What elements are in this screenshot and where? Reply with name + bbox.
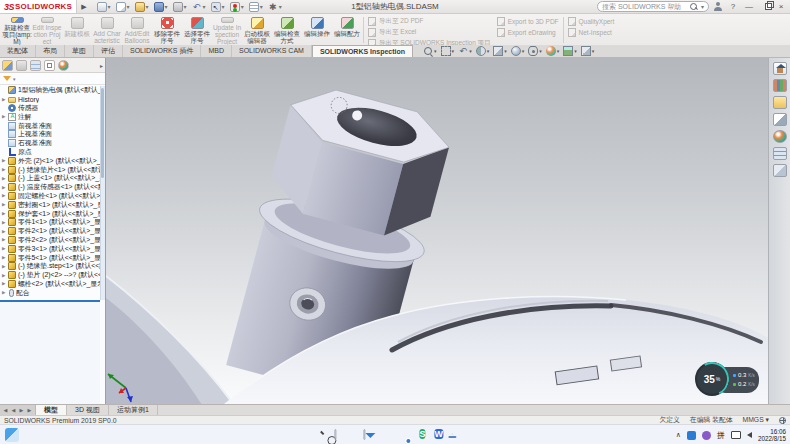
search-dropdown-caret-icon[interactable]: ▾ [701,3,704,10]
apply-scene-icon[interactable]: ▾ [563,46,577,56]
tab-scroll-arrow-icon[interactable]: ▶ [26,407,33,413]
units-selector[interactable]: MMGS ▾ [743,416,769,424]
network-tray-icon[interactable] [731,431,741,439]
new-document-icon[interactable]: ▾ [116,2,130,12]
expand-arrow-icon[interactable]: ▶ [2,290,8,295]
tree-item[interactable]: ▶ 配合 [0,288,100,297]
ribbon-button[interactable]: 编辑检查方式 [272,15,302,45]
volume-tray-icon[interactable] [747,432,752,438]
previous-view-icon[interactable]: ↶ ▾ [458,46,472,56]
view-settings-icon[interactable]: ▾ [581,46,595,56]
hide-show-items-icon[interactable]: ▾ [528,46,542,56]
memory-usage-circle[interactable]: 35 % [695,362,729,396]
search-input[interactable]: 搜索 SOLIDWORKS 帮助 ▾ [597,1,709,12]
dropdown-caret-icon[interactable]: ▾ [165,3,168,10]
ribbon-button[interactable]: 新建模板 [62,15,92,45]
dropdown-caret-icon[interactable]: ▾ [146,3,149,10]
display-manager-tab-icon[interactable] [58,60,69,71]
task-view-icon[interactable] [334,430,336,439]
input-method-indicator[interactable]: 拼 [717,430,725,441]
tree-item[interactable]: ▶ 螺栓<2> (默认<<默认>_显示状态 [0,280,100,289]
dropdown-caret-icon[interactable]: ▾ [203,3,206,10]
display-style-icon[interactable]: ▾ [511,46,525,56]
zoom-fit-icon[interactable]: ▾ [423,46,437,56]
command-tab[interactable]: SOLIDWORKS 插件 [123,45,201,57]
mail-icon[interactable] [363,430,365,439]
ribbon-button[interactable]: 移除零件序号 [152,15,182,45]
ribbon-button[interactable]: Edit Inspection Project [32,15,62,45]
home-icon[interactable]: ▾ [97,2,111,12]
clock[interactable]: 16:06 2022/8/15 [758,428,786,442]
select-cursor-icon[interactable]: ↖ ▾ [211,2,225,12]
appearances-icon[interactable] [773,130,787,143]
help-button[interactable]: ? [727,1,739,13]
file-explorer-icon[interactable] [773,96,787,109]
model-tab[interactable]: 模型 [36,405,67,415]
ribbon-button[interactable]: 选择零件序号 [182,15,212,45]
undo-icon[interactable]: ↶ ▾ [192,2,206,12]
close-button[interactable]: × [775,1,787,13]
dropdown-caret-icon[interactable]: ▾ [279,3,282,10]
configuration-manager-tab-icon[interactable] [30,60,41,71]
service-menu-item[interactable]: QualityXpert [568,17,615,26]
ribbon-button[interactable]: Add/Edit Balloons [122,15,152,45]
ribbon-button[interactable]: 编辑配方 [332,15,362,45]
command-tab[interactable]: MBD [201,45,232,57]
save-icon[interactable]: ▾ [154,2,168,12]
command-tab[interactable]: 布局 [36,45,65,57]
onedrive-tray-icon[interactable] [687,431,696,440]
tab-scroll-arrow-icon[interactable]: ◀ [2,407,9,413]
tab-scroll-arrow-icon[interactable]: ▶ [18,407,25,413]
model-tab[interactable]: 运动算例1 [109,405,158,415]
solidworks-logo[interactable]: 3S SOLIDWORKS [0,0,77,13]
tree-scrollbar-thumb[interactable] [101,88,104,178]
ribbon-button[interactable]: 启动模板编辑器 [242,15,272,45]
solidworks-app-icon[interactable] [451,433,453,435]
search-icon[interactable] [690,3,698,11]
export-menu-item[interactable]: Export eDrawing [497,28,559,37]
tree-item[interactable]: 1型铝轴热电偶 (默认<默认_显示状态-1 [0,86,100,95]
model-tab[interactable]: 3D 视图 [67,405,109,415]
export-menu-item[interactable]: 导出至 2D PDF [368,17,491,26]
property-manager-tab-icon[interactable] [16,60,27,71]
export-menu-item[interactable]: 导出至 Excel [368,28,491,37]
ribbon-button[interactable]: Add Characteristic [92,15,122,45]
float-assistant-badge[interactable]: 0.3 K/s 0.2 K/s 35 % [695,362,759,398]
viewport-3d[interactable]: 0.3 K/s 0.2 K/s 35 % [106,58,768,404]
wps-icon[interactable]: W [434,427,443,441]
section-view-icon[interactable]: ▾ [476,46,490,56]
design-library-icon[interactable] [773,79,787,92]
options-gear-icon[interactable]: ✱ ▾ [268,2,282,12]
ribbon-button[interactable]: 新建检查项目(amp:M) [2,15,32,45]
dropdown-caret-icon[interactable]: ▾ [260,3,263,10]
tree-filter[interactable]: ▾ [0,73,105,85]
menu-expand-arrow-icon[interactable]: ▶ [81,3,86,11]
tree-item[interactable]: 传感器 [0,104,100,113]
tree-item[interactable]: 右视基准面 [0,139,100,148]
dropdown-caret-icon[interactable]: ▾ [127,3,130,10]
web-status-icon[interactable] [779,417,786,424]
solidworks-resources-icon[interactable] [773,164,787,177]
rebuild-icon[interactable]: ▾ [230,2,244,12]
command-tab[interactable]: 草图 [65,45,94,57]
minimize-button[interactable]: — [743,1,755,13]
panel-tabs-overflow-icon[interactable]: ▸ [100,62,103,69]
print-icon[interactable]: ▾ [173,2,187,12]
s-app-icon[interactable]: S [419,427,425,441]
feature-manager-tab-icon[interactable] [2,60,13,71]
ribbon-button[interactable]: 编辑操作 [302,15,332,45]
command-tab[interactable]: SOLIDWORKS Inspection [312,45,413,57]
export-menu-item[interactable]: Export to 3D PDF [497,17,559,26]
home-icon[interactable] [773,62,787,75]
tray-expand-icon[interactable]: ∧ [676,431,681,439]
widgets-icon[interactable] [5,428,19,442]
view-orientation-icon[interactable]: ▾ [493,46,507,56]
dropdown-caret-icon[interactable]: ▾ [222,3,225,10]
restore-button[interactable] [759,1,771,13]
dropdown-caret-icon[interactable]: ▾ [241,3,244,10]
dropdown-caret-icon[interactable]: ▾ [108,3,111,10]
custom-properties-icon[interactable] [773,147,787,160]
edit-appearance-icon[interactable]: ▾ [546,46,560,56]
filter-caret-icon[interactable]: ▾ [13,76,16,82]
dropdown-caret-icon[interactable]: ▾ [184,3,187,10]
